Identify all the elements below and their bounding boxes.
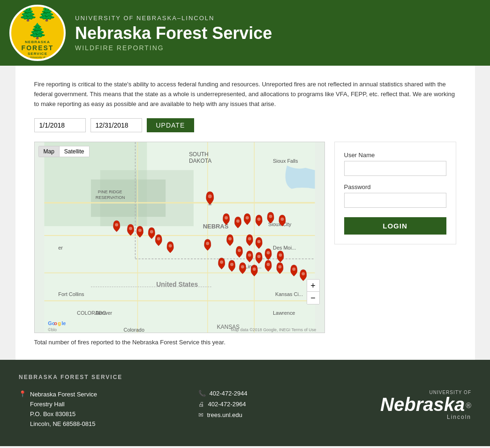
site-title: Nebraska Forest Service	[75, 23, 272, 43]
svg-text:o: o	[54, 320, 57, 326]
footer-phone1-item: 📞 402-472-2944	[198, 390, 378, 397]
password-label: Password	[344, 183, 446, 190]
svg-text:COLORADO: COLORADO	[77, 311, 106, 316]
end-date-input[interactable]	[90, 118, 142, 132]
login-button[interactable]: LOGIN	[344, 217, 446, 235]
svg-text:SOUTH: SOUTH	[188, 151, 208, 158]
site-logo: 🌲🌲🌲 NEBRASKA FOREST SERVICE University o…	[9, 5, 66, 61]
svg-point-39	[157, 237, 160, 241]
footer-contact-col: 📞 402-472-2944 🖨 402-472-2964 ✉ trees.un…	[198, 390, 378, 422]
svg-point-49	[248, 237, 251, 241]
phone-icon: 📞	[198, 390, 206, 397]
date-controls: UPDATE	[34, 118, 456, 132]
login-panel: User Name Password LOGIN	[334, 142, 456, 244]
fax-icon: 🖨	[198, 401, 204, 408]
footer-address-col: 📍 Nebraska Forest Service Forestry Hall …	[19, 390, 198, 432]
svg-text:Colorado: Colorado	[123, 327, 144, 333]
registered-mark: ®	[466, 402, 471, 410]
logo-forest-text: FOREST	[11, 44, 64, 52]
svg-point-57	[230, 263, 233, 266]
svg-point-61	[278, 266, 281, 269]
svg-text:United States: United States	[156, 281, 198, 289]
svg-point-46	[280, 218, 284, 221]
svg-text:Lawrence: Lawrence	[273, 311, 295, 316]
footer-phone2-item: 🖨 402-472-2964	[198, 401, 378, 408]
zoom-in-button[interactable]: +	[307, 280, 319, 292]
svg-point-36	[129, 227, 132, 230]
password-group: Password	[344, 183, 446, 208]
logo-unl-text: University ofNebraska–Lincoln	[11, 56, 64, 61]
svg-point-35	[115, 223, 118, 227]
svg-point-60	[266, 263, 270, 266]
university-name: UNIVERSITY OF NEBRASKA–LINCOLN	[75, 15, 272, 22]
svg-point-42	[236, 220, 239, 223]
footer-org-name: Nebraska Forest Service	[30, 390, 97, 400]
map-tab-satellite[interactable]: Satellite	[60, 146, 89, 157]
svg-point-50	[257, 240, 260, 243]
username-label: User Name	[344, 152, 446, 159]
footer-address-line1: Forestry Hall	[30, 400, 97, 410]
map-type-controls: Map Satellite	[38, 146, 90, 157]
site-subtitle: WILDFIRE REPORTING	[75, 44, 272, 52]
main-content: Fire reporting is critical to the state'…	[15, 66, 475, 360]
svg-text:g: g	[58, 320, 61, 326]
username-input[interactable]	[344, 161, 446, 176]
zoom-out-button[interactable]: −	[307, 292, 319, 304]
total-fires-text: Total number of fires reported to the Ne…	[34, 339, 456, 346]
svg-point-51	[237, 249, 241, 252]
svg-point-56	[220, 261, 223, 264]
unl-footer-logo: UNIVERSITY OF Nebraska ® Lincoln	[380, 390, 471, 420]
email-icon: ✉	[198, 411, 204, 418]
svg-point-43	[245, 216, 249, 220]
footer-phone2: 402-472-2964	[208, 401, 246, 408]
footer-address-line3: Lincoln, NE 68588-0815	[30, 419, 97, 429]
password-input[interactable]	[344, 193, 446, 208]
site-footer: NEBRASKA FOREST SERVICE 📍 Nebraska Fores…	[0, 360, 490, 446]
footer-address-line2: P.O. Box 830815	[30, 410, 97, 419]
unl-logo-main: Nebraska	[380, 395, 465, 414]
footer-section-title: NEBRASKA FOREST SERVICE	[19, 374, 471, 380]
svg-point-48	[206, 242, 209, 245]
svg-point-54	[266, 251, 270, 255]
svg-point-55	[279, 254, 282, 257]
site-header: 🌲🌲🌲 NEBRASKA FOREST SERVICE University o…	[0, 0, 490, 66]
map-svg: SOUTH DAKOTA Sioux Falls Sioux City NEBR…	[35, 142, 324, 333]
svg-point-62	[292, 268, 295, 271]
description-text: Fire reporting is critical to the state'…	[34, 80, 456, 109]
logo-trees-icon: 🌲🌲🌲	[11, 5, 64, 40]
svg-point-45	[269, 215, 272, 218]
footer-phone1: 402-472-2944	[210, 390, 248, 397]
svg-text:PINE RIDGE: PINE RIDGE	[98, 190, 122, 195]
svg-text:Kansas Ci...: Kansas Ci...	[275, 292, 302, 297]
footer-email: trees.unl.edu	[207, 411, 242, 418]
svg-text:le: le	[61, 320, 66, 326]
map-zoom-controls: + −	[307, 279, 320, 304]
map-login-row: Map Satellite	[34, 142, 456, 333]
unl-logo-lincoln: Lincoln	[380, 414, 471, 420]
svg-text:RESERVATION: RESERVATION	[95, 196, 125, 200]
svg-point-59	[252, 268, 256, 271]
svg-text:Map data ©2018 Google, INEGI  : Map data ©2018 Google, INEGI Terms of Us…	[231, 327, 316, 332]
svg-text:Sioux Falls: Sioux Falls	[273, 158, 298, 164]
svg-point-52	[248, 254, 251, 257]
update-button[interactable]: UPDATE	[147, 118, 195, 132]
svg-point-38	[150, 230, 153, 234]
svg-text:©blo: ©blo	[48, 327, 57, 332]
logo-service-text: SERVICE	[11, 52, 64, 56]
svg-point-53	[257, 255, 260, 258]
svg-point-37	[138, 229, 141, 232]
start-date-input[interactable]	[34, 118, 86, 132]
svg-text:Fort Collins: Fort Collins	[58, 292, 84, 297]
username-group: User Name	[344, 152, 446, 176]
svg-point-40	[168, 244, 172, 248]
svg-text:er: er	[58, 245, 63, 251]
header-text-block: UNIVERSITY OF NEBRASKA–LINCOLN Nebraska …	[75, 15, 272, 52]
svg-point-44	[257, 218, 260, 221]
map-tab-map[interactable]: Map	[39, 146, 60, 157]
footer-org-item: 📍 Nebraska Forest Service Forestry Hall …	[19, 390, 198, 429]
footer-logo-col: UNIVERSITY OF Nebraska ® Lincoln	[377, 390, 471, 420]
footer-columns: 📍 Nebraska Forest Service Forestry Hall …	[19, 390, 471, 432]
svg-text:DAKOTA: DAKOTA	[188, 158, 211, 164]
svg-text:NEBRAS: NEBRAS	[203, 223, 228, 230]
map-container: Map Satellite	[34, 142, 325, 333]
